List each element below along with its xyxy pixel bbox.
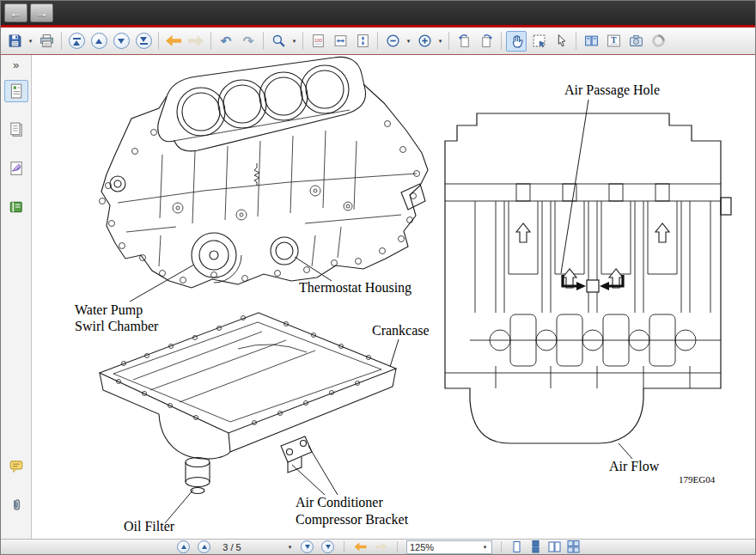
undo-icon: ↶ bbox=[221, 34, 232, 47]
forward-arrow-icon: → bbox=[35, 5, 48, 20]
label-water-pump-line2: Swirl Chamber bbox=[75, 319, 159, 333]
status-next-view-icon bbox=[375, 543, 387, 552]
document-page[interactable]: Air Passage Hole Thermostat Housing Wate… bbox=[32, 55, 755, 539]
save-button[interactable] bbox=[4, 31, 25, 52]
label-air-conditioner-line1: Air Conditioner bbox=[296, 495, 383, 509]
zoom-tool-dropdown-caret[interactable]: ▾ bbox=[290, 38, 298, 45]
status-first-page-button[interactable] bbox=[176, 540, 191, 554]
separator bbox=[158, 32, 159, 50]
engine-block-drawing bbox=[100, 57, 429, 288]
status-next-page-button[interactable] bbox=[300, 540, 314, 554]
select-tool-button[interactable] bbox=[551, 31, 571, 52]
status-last-page-icon bbox=[321, 540, 334, 553]
separator bbox=[377, 32, 378, 50]
leader-lines bbox=[130, 100, 632, 523]
navigation-panel-rail: » bbox=[1, 55, 32, 539]
history-back-button[interactable]: ← bbox=[4, 3, 27, 22]
print-button[interactable] bbox=[36, 31, 57, 52]
save-dropdown-caret[interactable]: ▾ bbox=[27, 38, 34, 45]
sidebar-item-thumbnails[interactable] bbox=[4, 80, 28, 102]
facing-layout-button[interactable] bbox=[548, 540, 561, 553]
zoom-level-value: 125% bbox=[410, 542, 434, 552]
zoom-in-button[interactable] bbox=[414, 31, 435, 52]
two-page-view-button[interactable] bbox=[581, 31, 601, 52]
separator bbox=[302, 32, 303, 50]
text-tool-icon: T bbox=[607, 34, 621, 48]
separator bbox=[501, 541, 502, 552]
text-viewer-button[interactable]: T bbox=[603, 31, 624, 52]
status-next-page-icon bbox=[301, 540, 314, 553]
redo-button[interactable]: ↷ bbox=[238, 31, 259, 52]
titlebar: ← → bbox=[1, 1, 755, 25]
zoom-combo-caret: ▾ bbox=[481, 544, 489, 551]
next-view-button[interactable] bbox=[186, 31, 206, 52]
fit-width-button[interactable] bbox=[330, 31, 351, 52]
engine-diagram: Air Passage Hole Thermostat Housing Wate… bbox=[32, 55, 755, 539]
history-forward-button[interactable]: → bbox=[30, 3, 53, 22]
rotate-right-icon bbox=[479, 34, 494, 48]
zoom-in-icon bbox=[418, 34, 432, 48]
rotate-left-button[interactable] bbox=[454, 31, 474, 52]
continuous-layout-button[interactable] bbox=[529, 540, 542, 553]
sidebar-item-attachments[interactable] bbox=[4, 494, 28, 516]
rotate-right-button[interactable] bbox=[476, 31, 497, 52]
previous-page-icon bbox=[91, 33, 107, 49]
page-number-combo[interactable]: 3 / 5 ▾ bbox=[217, 542, 294, 552]
single-page-layout-button[interactable] bbox=[510, 540, 523, 553]
first-page-button[interactable] bbox=[66, 31, 87, 52]
air-passage-hole bbox=[587, 280, 599, 292]
status-last-page-button[interactable] bbox=[320, 540, 335, 554]
previous-view-button[interactable] bbox=[163, 31, 184, 52]
label-water-pump-line1: Water Pump bbox=[75, 302, 143, 318]
undo-button[interactable]: ↶ bbox=[216, 31, 236, 52]
continuous-facing-layout-button[interactable] bbox=[567, 540, 580, 553]
status-previous-page-button[interactable] bbox=[197, 540, 211, 554]
zoom-out-dropdown-caret[interactable]: ▾ bbox=[405, 38, 412, 45]
status-next-view-button[interactable] bbox=[374, 540, 388, 554]
rotate-left-icon bbox=[457, 34, 472, 48]
next-page-icon bbox=[113, 33, 130, 49]
sidebar-item-signatures[interactable] bbox=[4, 157, 28, 180]
cross-section-drawing bbox=[445, 113, 731, 443]
continuous-page-icon bbox=[529, 540, 542, 553]
main-toolbar: ▾ ↶ ↷ bbox=[1, 27, 755, 55]
snapshot-icon bbox=[532, 34, 546, 48]
save-icon bbox=[8, 34, 22, 48]
back-arrow-icon: ← bbox=[9, 5, 22, 20]
last-page-button[interactable] bbox=[133, 31, 154, 52]
fit-page-icon bbox=[356, 34, 370, 48]
sidebar-item-comments[interactable] bbox=[4, 455, 28, 478]
snapshot-button[interactable] bbox=[528, 31, 549, 52]
page-indicator: 3 / 5 bbox=[217, 542, 247, 552]
zoom-out-button[interactable] bbox=[382, 31, 403, 52]
separator bbox=[61, 32, 62, 50]
previous-view-icon bbox=[166, 35, 181, 46]
panel-expand-chevron[interactable]: » bbox=[8, 58, 24, 71]
hand-tool-button[interactable] bbox=[506, 31, 527, 52]
book-icon bbox=[9, 199, 24, 215]
fit-page-button[interactable] bbox=[352, 31, 373, 52]
sidebar-item-pages[interactable] bbox=[4, 119, 28, 141]
camera-button[interactable] bbox=[625, 31, 646, 52]
label-crankcase: Crankcase bbox=[372, 323, 430, 338]
pdf-viewer-window: ← → ▾ bbox=[0, 0, 756, 555]
label-oil-filter: Oil Filter bbox=[124, 519, 175, 534]
redo-icon: ↷ bbox=[243, 34, 254, 47]
zoom-tool-button[interactable] bbox=[268, 31, 289, 52]
status-previous-view-button[interactable] bbox=[353, 540, 368, 554]
diagram-labels: Air Passage Hole Thermostat Housing Wate… bbox=[75, 82, 716, 534]
status-previous-page-icon bbox=[198, 540, 210, 553]
zoom-in-dropdown-caret[interactable]: ▾ bbox=[436, 38, 444, 45]
actual-size-button[interactable]: 100 bbox=[308, 31, 328, 52]
separator bbox=[263, 32, 264, 50]
thumbnails-icon bbox=[9, 83, 24, 99]
sidebar-item-layers[interactable] bbox=[4, 196, 28, 218]
fit-width-icon bbox=[333, 34, 348, 48]
zoom-level-combo[interactable]: 125% ▾ bbox=[406, 540, 492, 554]
label-air-passage-hole: Air Passage Hole bbox=[564, 82, 660, 98]
next-page-button[interactable] bbox=[111, 31, 131, 52]
zoom-out-icon bbox=[386, 34, 400, 48]
svg-text:T: T bbox=[611, 35, 617, 45]
air-flow-arrows bbox=[516, 223, 669, 288]
previous-page-button[interactable] bbox=[88, 31, 109, 52]
